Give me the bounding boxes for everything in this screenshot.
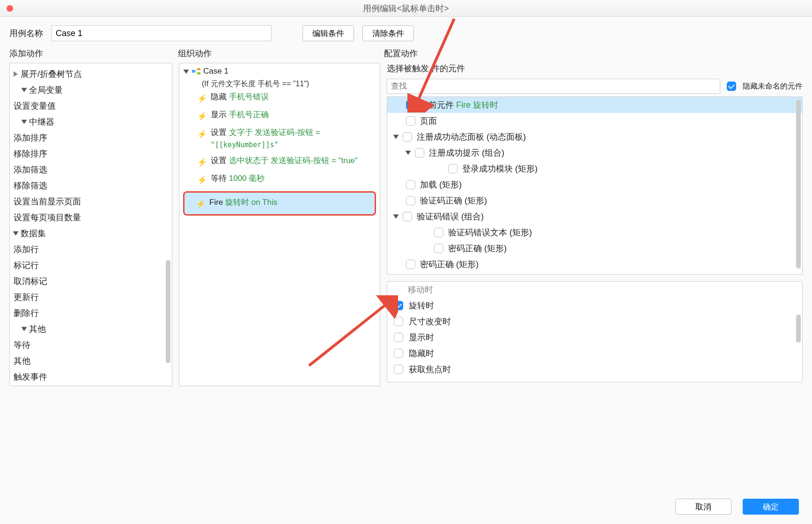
action-set-items[interactable]: 设置每页项目数量 — [10, 210, 172, 225]
clear-condition-button[interactable]: 清除条件 — [362, 25, 414, 41]
action-set-text[interactable]: ⚡设置 文字于 发送验证码-按钮 ="[[keyNumber]]s" — [179, 125, 380, 153]
checkbox[interactable] — [394, 333, 403, 342]
close-icon[interactable] — [7, 5, 13, 12]
group-dataset[interactable]: 数据集 — [10, 225, 172, 241]
bolt-icon: ⚡ — [197, 174, 207, 187]
checkbox[interactable] — [394, 317, 403, 326]
checkbox[interactable] — [406, 100, 415, 110]
checkbox[interactable] — [406, 116, 415, 126]
checkbox[interactable] — [403, 132, 412, 142]
bolt-icon: ⚡ — [197, 128, 207, 141]
group-other[interactable]: 其他 — [10, 321, 172, 337]
action-update-row[interactable]: 更新行 — [10, 289, 172, 305]
cancel-button[interactable]: 取消 — [675, 499, 731, 515]
action-add-row[interactable]: 添加行 — [10, 241, 172, 257]
checkbox[interactable] — [434, 228, 443, 237]
search-input[interactable] — [387, 79, 720, 94]
action-set-selected[interactable]: ⚡设置 选中状态于 发送验证码-按钮 = "true" — [179, 153, 380, 171]
action-remove-sort[interactable]: 移除排序 — [10, 146, 172, 162]
event-partial[interactable]: 移动时 — [387, 282, 802, 298]
action-fire-event[interactable]: 触发事件 — [10, 369, 172, 385]
configure-column: 选择被触发 件的元件 隐藏未命名的元件 当前元件 Fire 旋转时 页面 注册成… — [387, 63, 803, 487]
title-bar: 用例编辑<鼠标单击时> — [0, 0, 812, 17]
widget-current[interactable]: 当前元件 Fire 旋转时 — [387, 97, 802, 113]
bolt-icon: ⚡ — [197, 157, 207, 169]
organize-actions-panel: Case 1 (If 元件文字长度 手机号 == "11") ⚡隐藏 手机号错误… — [179, 63, 380, 386]
top-row: 用例名称 编辑条件 清除条件 — [0, 17, 812, 46]
svg-rect-1 — [198, 68, 200, 70]
action-remove-filter[interactable]: 移除筛选 — [10, 178, 172, 194]
checkbox[interactable] — [406, 260, 415, 269]
action-delete-row[interactable]: 删除行 — [10, 305, 172, 321]
event-focus[interactable]: 获取焦点时 — [387, 361, 802, 377]
action-add-sort[interactable]: 添加排序 — [10, 130, 172, 146]
case-icon — [192, 68, 200, 75]
widget-load[interactable]: 加载 (矩形) — [387, 177, 802, 193]
action-expand-tree[interactable]: 展开/折叠树节点 — [10, 66, 172, 82]
case-name-input[interactable] — [52, 25, 272, 41]
action-set-var[interactable]: 设置变量值 — [10, 98, 172, 114]
svg-rect-0 — [192, 70, 195, 73]
action-add-filter[interactable]: 添加筛选 — [10, 162, 172, 178]
case-condition: (If 元件文字长度 手机号 == "11") — [179, 79, 380, 89]
action-wait-1000[interactable]: ⚡等待 1000 毫秒 — [179, 171, 380, 188]
checkbox[interactable] — [403, 212, 412, 221]
action-fire-selected[interactable]: ⚡Fire 旋转时 on This — [183, 191, 376, 216]
widget-list-panel: 当前元件 Fire 旋转时 页面 注册成功动态面板 (动态面板) 注册成功提示 … — [387, 97, 803, 275]
widget-reg-dyn[interactable]: 注册成功动态面板 (动态面板) — [387, 129, 802, 145]
svg-rect-2 — [198, 72, 200, 75]
hide-unnamed-checkbox[interactable] — [727, 82, 736, 91]
widget-code-err-txt[interactable]: 验证码错误文本 (矩形) — [387, 225, 802, 240]
case-row[interactable]: Case 1 — [179, 63, 380, 79]
widget-code-ok[interactable]: 验证码正确 (矩形) — [387, 193, 802, 209]
case-title: Case 1 — [203, 65, 229, 77]
checkbox[interactable] — [434, 244, 443, 253]
configure-actions-header: 配置动作 — [384, 48, 803, 59]
action-hide[interactable]: ⚡隐藏 手机号错误 — [179, 89, 380, 107]
action-other[interactable]: 其他 — [10, 353, 172, 369]
scrollbar[interactable] — [166, 260, 170, 363]
add-actions-header: 添加动作 — [9, 48, 178, 59]
select-widget-label: 选择被触发 件的元件 — [387, 63, 803, 74]
case-name-label: 用例名称 — [9, 28, 43, 39]
panel-headers: 添加动作 组织动作 配置动作 — [0, 46, 812, 63]
widget-code-err-grp[interactable]: 验证码错误 (组合) — [387, 209, 802, 225]
checkbox[interactable] — [394, 301, 403, 310]
checkbox[interactable] — [415, 148, 424, 157]
add-actions-panel: 展开/折叠树节点 全局变量 设置变量值 中继器 添加排序 移除排序 添加筛选 移… — [9, 63, 172, 386]
action-unmark-row[interactable]: 取消标记 — [10, 273, 172, 289]
scrollbar[interactable] — [796, 100, 801, 269]
window-title: 用例编辑<鼠标单击时> — [363, 4, 449, 13]
checkbox[interactable] — [406, 196, 415, 205]
checkbox[interactable] — [394, 349, 403, 358]
group-repeater[interactable]: 中继器 — [10, 114, 172, 130]
widget-login-mod[interactable]: 登录成功模块 (矩形) — [387, 161, 802, 177]
ok-button[interactable]: 确定 — [743, 499, 799, 515]
bolt-icon: ⚡ — [196, 198, 206, 210]
checkbox[interactable] — [448, 164, 458, 173]
bolt-icon: ⚡ — [197, 93, 207, 105]
checkbox[interactable] — [406, 180, 415, 189]
event-hide[interactable]: 隐藏时 — [387, 345, 802, 361]
action-show[interactable]: ⚡显示 手机号正确 — [179, 107, 380, 125]
event-rotate[interactable]: 旋转时 — [387, 298, 802, 314]
action-mark-row[interactable]: 标记行 — [10, 257, 172, 273]
action-set-page[interactable]: 设置当前显示页面 — [10, 194, 172, 210]
scrollbar[interactable] — [796, 314, 801, 343]
event-list-panel: 移动时 旋转时 尺寸改变时 显示时 隐藏时 获取焦点时 — [387, 281, 803, 382]
hide-unnamed-label: 隐藏未命名的元件 — [743, 82, 803, 91]
bolt-icon: ⚡ — [197, 111, 207, 123]
event-resize[interactable]: 尺寸改变时 — [387, 314, 802, 329]
widget-reg-tip[interactable]: 注册成功提示 (组合) — [387, 145, 802, 161]
event-show[interactable]: 显示时 — [387, 329, 802, 345]
widget-pwd-ok[interactable]: 密码正确 (矩形) — [387, 240, 802, 256]
edit-condition-button[interactable]: 编辑条件 — [303, 25, 354, 41]
widget-pwd-ok2[interactable]: 密码正确 (矩形) — [387, 256, 802, 272]
checkbox[interactable] — [394, 365, 403, 374]
group-global-vars[interactable]: 全局变量 — [10, 82, 172, 98]
organize-actions-header: 组织动作 — [178, 48, 384, 59]
action-wait[interactable]: 等待 — [10, 337, 172, 353]
dialog-window: 用例编辑<鼠标单击时> 用例名称 编辑条件 清除条件 添加动作 组织动作 配置动… — [0, 0, 812, 524]
widget-page[interactable]: 页面 — [387, 113, 802, 129]
